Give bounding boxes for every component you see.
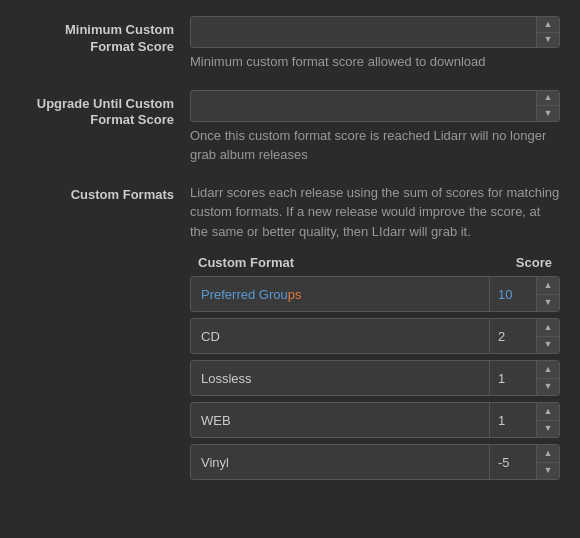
upgrade-until-spinner[interactable]: 0 ▲ ▼ [190,90,560,122]
lossless-score-up[interactable]: ▲ [537,361,559,379]
cd-score-down[interactable]: ▼ [537,337,559,354]
minimum-custom-down-button[interactable]: ▼ [537,33,559,48]
lossless-score-input[interactable] [490,371,536,386]
lossless-score-wrap[interactable]: ▲ ▼ [489,361,559,395]
settings-container: Minimum Custom Format Score 1 ▲ ▼ Minimu… [0,0,580,514]
upgrade-until-spinner-buttons: ▲ ▼ [536,91,559,121]
web-score-up[interactable]: ▲ [537,403,559,421]
upgrade-until-description: Once this custom format score is reached… [190,126,560,165]
minimum-custom-row: Minimum Custom Format Score 1 ▲ ▼ Minimu… [20,16,560,72]
cd-score-spinner: ▲ ▼ [536,319,559,353]
cd-score-input[interactable] [490,329,536,344]
lossless-score-spinner: ▲ ▼ [536,361,559,395]
custom-formats-content: Lidarr scores each release using the sum… [190,183,560,487]
upgrade-until-row: Upgrade Until Custom Format Score 0 ▲ ▼ … [20,90,560,165]
format-name-vinyl: Vinyl [191,455,489,470]
vinyl-score-down[interactable]: ▼ [537,463,559,480]
upgrade-until-input[interactable]: 0 [191,98,536,113]
table-header-format: Custom Format [198,255,294,270]
format-row-web: WEB ▲ ▼ [190,402,560,438]
web-score-input[interactable] [490,413,536,428]
vinyl-score-input[interactable] [490,455,536,470]
format-row-preferred-groups: Preferred Groups ▲ ▼ [190,276,560,312]
format-row-lossless: Lossless ▲ ▼ [190,360,560,396]
cd-score-up[interactable]: ▲ [537,319,559,337]
preferred-groups-score-input[interactable] [490,287,536,302]
custom-formats-section: Custom Formats Lidarr scores each releas… [20,183,560,487]
upgrade-until-content: 0 ▲ ▼ Once this custom format score is r… [190,90,560,165]
custom-formats-table-header: Custom Format Score [190,255,560,276]
vinyl-score-wrap[interactable]: ▲ ▼ [489,445,559,479]
minimum-custom-label: Minimum Custom Format Score [20,16,190,56]
vinyl-score-up[interactable]: ▲ [537,445,559,463]
minimum-custom-spinner-buttons: ▲ ▼ [536,17,559,47]
lossless-score-down[interactable]: ▼ [537,379,559,396]
preferred-groups-score-wrap[interactable]: ▲ ▼ [489,277,559,311]
format-row-vinyl: Vinyl ▲ ▼ [190,444,560,480]
custom-formats-description: Lidarr scores each release using the sum… [190,183,560,242]
upgrade-until-label: Upgrade Until Custom Format Score [20,90,190,130]
upgrade-until-up-button[interactable]: ▲ [537,91,559,107]
format-name-web: WEB [191,413,489,428]
minimum-custom-description: Minimum custom format score allowed to d… [190,52,560,72]
table-header-score: Score [516,255,552,270]
web-score-down[interactable]: ▼ [537,421,559,438]
custom-formats-label: Custom Formats [20,183,190,202]
web-score-wrap[interactable]: ▲ ▼ [489,403,559,437]
vinyl-score-spinner: ▲ ▼ [536,445,559,479]
format-row-cd: CD ▲ ▼ [190,318,560,354]
preferred-groups-score-up[interactable]: ▲ [537,277,559,295]
cd-score-wrap[interactable]: ▲ ▼ [489,319,559,353]
format-name-cd: CD [191,329,489,344]
preferred-groups-score-spinner: ▲ ▼ [536,277,559,311]
format-name-lossless: Lossless [191,371,489,386]
preferred-groups-score-down[interactable]: ▼ [537,295,559,312]
upgrade-until-down-button[interactable]: ▼ [537,106,559,121]
minimum-custom-up-button[interactable]: ▲ [537,17,559,33]
web-score-spinner: ▲ ▼ [536,403,559,437]
minimum-custom-spinner[interactable]: 1 ▲ ▼ [190,16,560,48]
format-name-preferred-groups: Preferred Groups [191,287,489,302]
minimum-custom-content: 1 ▲ ▼ Minimum custom format score allowe… [190,16,560,72]
minimum-custom-input[interactable]: 1 [191,25,536,40]
